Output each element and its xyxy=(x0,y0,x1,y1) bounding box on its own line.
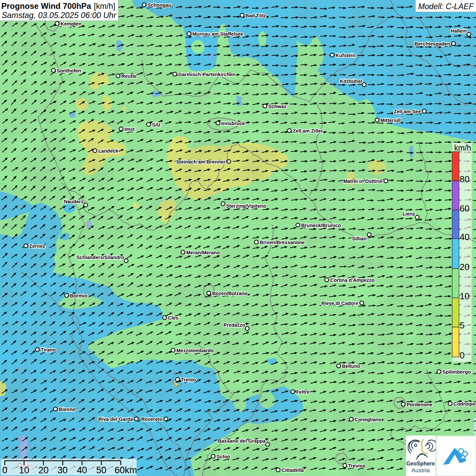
svg-text:Cortina d'Ampezzo: Cortina d'Ampezzo xyxy=(330,277,375,283)
svg-text:Prognose Wind 700hPa: Prognose Wind 700hPa xyxy=(1,1,91,11)
svg-text:Zernez: Zernez xyxy=(29,243,45,249)
svg-text:Predazzo: Predazzo xyxy=(223,322,245,328)
svg-text:Landeck: Landeck xyxy=(98,148,119,154)
svg-text:Riva del Garda: Riva del Garda xyxy=(98,417,133,422)
svg-text:Reutte: Reutte xyxy=(121,73,137,79)
svg-text:Bienno: Bienno xyxy=(59,407,75,412)
svg-text:Imst: Imst xyxy=(124,126,135,132)
svg-text:Schwaz: Schwaz xyxy=(268,104,286,109)
svg-text:60km: 60km xyxy=(115,465,137,475)
svg-text:Zell am See: Zell am See xyxy=(394,109,421,114)
svg-text:Treviso: Treviso xyxy=(348,463,366,469)
svg-text:Bormio: Bormio xyxy=(70,293,87,299)
svg-text:Mezzolombardo: Mezzolombardo xyxy=(176,348,214,353)
svg-text:Matrei in Osttirol: Matrei in Osttirol xyxy=(343,178,382,184)
svg-text:0: 0 xyxy=(2,465,7,475)
svg-text:Cittadella: Cittadella xyxy=(282,468,304,473)
svg-text:Bruneck/Brunico: Bruneck/Brunico xyxy=(301,223,341,228)
svg-text:40: 40 xyxy=(77,465,87,475)
svg-text:20: 20 xyxy=(460,262,470,272)
svg-text:Codroipo: Codroipo xyxy=(454,401,476,407)
svg-text:[km/h]: [km/h] xyxy=(94,1,115,11)
svg-text:Lienz: Lienz xyxy=(403,211,415,217)
svg-text:Pieve di Cadore: Pieve di Cadore xyxy=(321,301,358,306)
svg-text:10: 10 xyxy=(460,291,470,301)
svg-text:Samstag, 03.05.2025 06:00 Uhr: Samstag, 03.05.2025 06:00 Uhr xyxy=(2,11,117,20)
svg-text:Bad Tölz: Bad Tölz xyxy=(245,13,266,18)
svg-text:Modell: C-LAEF: Modell: C-LAEF xyxy=(418,2,474,11)
svg-text:Schongau: Schongau xyxy=(148,2,171,8)
svg-text:Bassano del Grappa: Bassano del Grappa xyxy=(218,438,266,444)
svg-text:Trento: Trento xyxy=(181,377,196,382)
svg-text:Schio: Schio xyxy=(217,454,230,459)
svg-text:Feltre: Feltre xyxy=(296,389,310,395)
svg-text:Brixen/Bressanone: Brixen/Bressanone xyxy=(260,240,305,245)
svg-text:Bozen/Bolzano: Bozen/Bolzano xyxy=(212,291,248,296)
svg-text:Berchtesgaden: Berchtesgaden xyxy=(414,41,450,47)
svg-text:Tirano: Tirano xyxy=(41,347,56,353)
svg-text:Kitzbühel: Kitzbühel xyxy=(340,79,362,84)
svg-text:GeoSphere: GeoSphere xyxy=(406,461,435,466)
svg-text:Sterzing/Vipiteno: Sterzing/Vipiteno xyxy=(226,203,266,209)
svg-text:km/h: km/h xyxy=(454,143,471,152)
svg-text:Meran/Merano: Meran/Merano xyxy=(186,250,220,255)
svg-text:60: 60 xyxy=(460,203,470,214)
svg-text:50: 50 xyxy=(96,465,106,475)
svg-text:Silz: Silz xyxy=(152,122,160,128)
svg-text:Sonthofen: Sonthofen xyxy=(57,68,81,73)
svg-text:Schlanders/Silandro: Schlanders/Silandro xyxy=(76,255,124,260)
svg-text:Austria: Austria xyxy=(411,468,430,473)
svg-text:0: 0 xyxy=(460,350,464,360)
svg-text:40: 40 xyxy=(460,232,470,242)
svg-text:Hallein: Hallein xyxy=(451,28,467,34)
svg-text:5: 5 xyxy=(460,320,464,330)
svg-text:30: 30 xyxy=(57,465,68,475)
svg-text:Murnau am Staffelsee: Murnau am Staffelsee xyxy=(192,31,243,37)
svg-text:Mittersill: Mittersill xyxy=(380,118,401,123)
svg-text:Kempten: Kempten xyxy=(61,21,82,27)
svg-text:Kufstein: Kufstein xyxy=(336,53,355,58)
svg-text:20: 20 xyxy=(38,465,49,475)
svg-text:Garmisch-Partenkirchen: Garmisch-Partenkirchen xyxy=(178,72,235,77)
svg-text:Rovereto: Rovereto xyxy=(141,417,163,422)
svg-text:80: 80 xyxy=(460,174,470,184)
svg-text:10: 10 xyxy=(19,465,29,475)
svg-text:Pordenone: Pordenone xyxy=(407,402,432,407)
svg-text:Spilimbergo: Spilimbergo xyxy=(442,369,471,375)
svg-text:Sillian: Sillian xyxy=(352,236,367,241)
svg-text:Steinach am Brenner: Steinach am Brenner xyxy=(176,159,225,165)
svg-text:Conegliano: Conegliano xyxy=(355,417,381,422)
svg-text:Belluno: Belluno xyxy=(342,363,360,369)
svg-text:Innsbruck: Innsbruck xyxy=(221,121,245,126)
svg-text:Zell am Ziller: Zell am Ziller xyxy=(293,128,323,134)
svg-text:Cles: Cles xyxy=(168,315,178,321)
svg-text:Nauders: Nauders xyxy=(64,199,84,204)
